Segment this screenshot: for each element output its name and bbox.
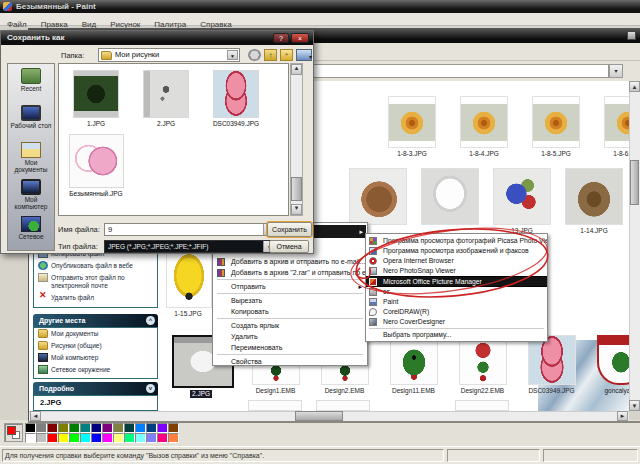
thumbnail[interactable]: Design22.EMB bbox=[448, 335, 517, 395]
context-menu-item[interactable]: Удалить bbox=[214, 331, 366, 342]
filename-input[interactable]: 9 ▼ bbox=[104, 223, 276, 236]
dialog-file-thumbnail[interactable]: DSC03949.JPG bbox=[201, 70, 271, 128]
thumbnail[interactable]: 1-8-6.JPG bbox=[592, 96, 629, 158]
palette-color[interactable] bbox=[157, 423, 168, 433]
dialog-scroll-thumb[interactable] bbox=[291, 177, 302, 201]
open-with-program-item[interactable]: CorelDRAW(R) bbox=[366, 307, 547, 317]
context-menu-item[interactable]: Добавить в архив и отправить по e-mail..… bbox=[214, 256, 366, 267]
palette-color[interactable] bbox=[47, 423, 58, 433]
scroll-right-icon[interactable]: ► bbox=[617, 411, 628, 421]
filetype-combobox[interactable]: JPEG (*.JPG;*.JPEG;*.JPE;*.JFIF) ▼ bbox=[104, 240, 276, 253]
palette-color[interactable] bbox=[168, 433, 179, 443]
palette-color[interactable] bbox=[146, 423, 157, 433]
open-with-program-item[interactable]: Nero PhotoSnap Viewer bbox=[366, 266, 547, 276]
scroll-up-icon[interactable]: ▲ bbox=[291, 64, 302, 75]
dialog-file-thumbnail[interactable]: 2.JPG bbox=[131, 70, 201, 128]
task-pane-item[interactable]: Удалить файл bbox=[34, 292, 157, 304]
palette-color[interactable] bbox=[25, 433, 36, 443]
open-with-program-item[interactable]: Paint bbox=[366, 297, 547, 307]
open-with-program-item[interactable]: Программа просмотра фотографий Picasa Ph… bbox=[366, 236, 547, 246]
palette-color[interactable] bbox=[102, 423, 113, 433]
palette-color[interactable] bbox=[124, 433, 135, 443]
dialog-scrollbar[interactable]: ▲ ▼ bbox=[290, 63, 303, 216]
context-menu-item[interactable]: Создать ярлык bbox=[214, 320, 366, 331]
open-with-program-item[interactable]: Nero CoverDesigner bbox=[366, 317, 547, 327]
thumbnail[interactable]: Design11.EMB bbox=[379, 335, 448, 395]
palette-color[interactable] bbox=[36, 433, 47, 443]
palette-color[interactable] bbox=[91, 423, 102, 433]
save-button[interactable]: Сохранить bbox=[267, 222, 312, 237]
task-pane-header-details[interactable]: Подробноv bbox=[33, 382, 158, 395]
palette-color[interactable] bbox=[69, 433, 80, 443]
thumbnail-bell[interactable] bbox=[166, 252, 212, 308]
palette-color[interactable] bbox=[124, 423, 135, 433]
thumbnail[interactable]: DSC03949.JPG bbox=[517, 335, 586, 395]
up-folder-icon[interactable]: ↑ bbox=[264, 49, 277, 61]
thumbnail[interactable]: goncalya.E bbox=[586, 335, 630, 395]
open-with-program-item[interactable]: Выбрать программу... bbox=[366, 330, 547, 340]
palette-color[interactable] bbox=[80, 423, 91, 433]
dialog-close-button[interactable]: × bbox=[291, 33, 309, 43]
palette-color[interactable] bbox=[157, 433, 168, 443]
dialog-file-thumbnail[interactable]: 1.JPG bbox=[61, 70, 131, 128]
context-menu-item[interactable]: Свойства bbox=[214, 356, 366, 367]
open-with-program-item[interactable]: es bbox=[366, 287, 547, 297]
thumbnail[interactable]: 1-8-3.JPG bbox=[376, 96, 448, 158]
thumbnail[interactable]: 1-14.JPG bbox=[558, 168, 629, 235]
dialog-sidebar-item[interactable]: Recent bbox=[8, 64, 54, 101]
palette-color[interactable] bbox=[80, 433, 91, 443]
combo-dropdown-icon[interactable]: ▼ bbox=[227, 50, 238, 60]
cancel-button[interactable]: Отмена bbox=[269, 240, 309, 253]
vertical-scroll-thumb[interactable] bbox=[630, 160, 639, 205]
scroll-down-icon[interactable]: ▼ bbox=[291, 204, 302, 215]
explorer-titlebar-button[interactable] bbox=[627, 31, 636, 40]
open-with-program-item[interactable]: Программа просмотра изображений и факсов bbox=[366, 246, 547, 256]
views-icon[interactable] bbox=[296, 49, 312, 61]
scroll-left-icon[interactable]: ◄ bbox=[30, 411, 41, 421]
palette-color[interactable] bbox=[36, 423, 47, 433]
palette-color[interactable] bbox=[113, 423, 124, 433]
dialog-file-thumbnail[interactable]: Безымянный.JPG bbox=[61, 134, 131, 198]
palette-color[interactable] bbox=[47, 433, 58, 443]
thumbnail[interactable]: 13.JPG bbox=[486, 168, 558, 235]
palette-color[interactable] bbox=[58, 423, 69, 433]
context-menu-item[interactable]: Вырезать bbox=[214, 295, 366, 306]
task-pane-item[interactable]: Отправить этот файл по электронной почте bbox=[34, 272, 157, 292]
horizontal-scroll-thumb[interactable] bbox=[295, 411, 343, 421]
folder-combobox[interactable]: Мои рисунки ▼ bbox=[98, 48, 240, 62]
thumbnail[interactable] bbox=[414, 168, 486, 235]
dialog-sidebar-item[interactable]: Рабочий стол bbox=[8, 101, 54, 138]
dialog-sidebar-item[interactable]: Мой компьютер bbox=[8, 175, 54, 212]
task-pane-header-places[interactable]: Другие места^ bbox=[33, 314, 158, 327]
task-pane-item[interactable]: Мои документы bbox=[34, 328, 157, 340]
address-bar-dropdown-icon[interactable]: ▾ bbox=[609, 64, 623, 78]
new-folder-icon[interactable]: * bbox=[280, 49, 293, 61]
palette-color[interactable] bbox=[102, 433, 113, 443]
dialog-help-button[interactable]: ? bbox=[273, 33, 289, 43]
palette-color[interactable] bbox=[146, 433, 157, 443]
vertical-scrollbar[interactable] bbox=[629, 81, 640, 411]
palette-color[interactable] bbox=[135, 433, 146, 443]
palette-color[interactable] bbox=[58, 433, 69, 443]
back-icon[interactable] bbox=[248, 49, 261, 61]
task-pane-item[interactable]: Сетевое окружение bbox=[34, 364, 157, 376]
task-pane-item[interactable]: Рисунки (общие) bbox=[34, 340, 157, 352]
scroll-down-icon[interactable]: ▼ bbox=[629, 400, 640, 411]
palette-color[interactable] bbox=[168, 423, 179, 433]
dialog-sidebar-item[interactable]: Сетевое bbox=[8, 212, 54, 249]
dialog-sidebar-item[interactable]: Мои документы bbox=[8, 138, 54, 175]
thumbnail[interactable]: 1-8-4.JPG bbox=[448, 96, 520, 158]
thumbnail[interactable]: 1-8-5.JPG bbox=[520, 96, 592, 158]
context-menu-item[interactable]: Отправить bbox=[214, 281, 366, 292]
open-with-program-item[interactable]: Opera Internet Browser bbox=[366, 256, 547, 266]
palette-color[interactable] bbox=[25, 423, 36, 433]
task-pane-item[interactable]: Мой компьютер bbox=[34, 352, 157, 364]
open-with-program-item[interactable]: Microsoft Office Picture Manager bbox=[366, 276, 547, 287]
palette-color[interactable] bbox=[113, 433, 124, 443]
context-menu-item[interactable]: Переименовать bbox=[214, 342, 366, 353]
palette-color[interactable] bbox=[135, 423, 146, 433]
context-menu-item[interactable]: Добавить в архив "2.rar" и отправить по … bbox=[214, 267, 366, 278]
palette-color[interactable] bbox=[69, 423, 80, 433]
palette-color[interactable] bbox=[91, 433, 102, 443]
scroll-up-icon[interactable]: ▲ bbox=[629, 81, 640, 92]
